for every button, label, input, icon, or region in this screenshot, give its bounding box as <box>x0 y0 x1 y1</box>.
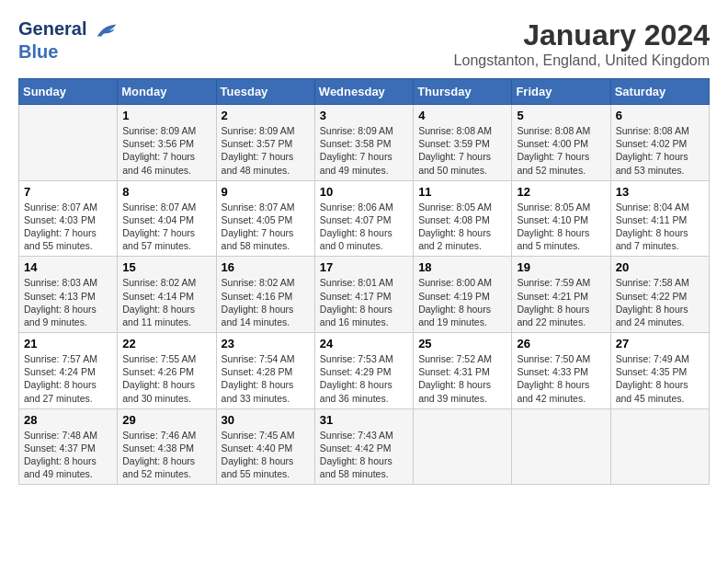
day-info: Sunrise: 8:00 AMSunset: 4:19 PMDaylight:… <box>418 276 506 328</box>
calendar-cell: 8Sunrise: 8:07 AMSunset: 4:04 PMDaylight… <box>118 180 216 257</box>
calendar-cell: 14Sunrise: 8:03 AMSunset: 4:13 PMDayligh… <box>19 257 118 333</box>
day-info: Sunrise: 8:09 AMSunset: 3:58 PMDaylight:… <box>320 124 408 177</box>
calendar-cell: 23Sunrise: 7:54 AMSunset: 4:28 PMDayligh… <box>216 333 314 409</box>
day-info: Sunrise: 7:57 AMSunset: 4:24 PMDaylight:… <box>24 352 112 405</box>
calendar-cell: 1Sunrise: 8:09 AMSunset: 3:56 PMDaylight… <box>118 105 216 181</box>
day-number: 30 <box>222 413 310 427</box>
day-info: Sunrise: 8:08 AMSunset: 4:02 PMDaylight:… <box>616 124 704 177</box>
day-info: Sunrise: 8:08 AMSunset: 3:59 PMDaylight:… <box>418 124 506 177</box>
calendar-cell: 16Sunrise: 8:02 AMSunset: 4:16 PMDayligh… <box>216 257 314 333</box>
calendar-cell: 22Sunrise: 7:55 AMSunset: 4:26 PMDayligh… <box>118 333 216 409</box>
day-info: Sunrise: 7:43 AMSunset: 4:42 PMDaylight:… <box>320 429 408 481</box>
col-saturday: Saturday <box>610 79 709 105</box>
day-info: Sunrise: 8:07 AMSunset: 4:04 PMDaylight:… <box>122 201 210 253</box>
day-number: 1 <box>122 109 210 122</box>
calendar-header: Sunday Monday Tuesday Wednesday Thursday… <box>19 79 710 105</box>
calendar-cell: 11Sunrise: 8:05 AMSunset: 4:08 PMDayligh… <box>414 180 512 257</box>
header-row: Sunday Monday Tuesday Wednesday Thursday… <box>19 79 710 105</box>
day-number: 24 <box>320 337 408 350</box>
day-number: 7 <box>24 185 112 199</box>
day-info: Sunrise: 8:09 AMSunset: 3:56 PMDaylight:… <box>122 124 210 177</box>
day-number: 9 <box>222 185 310 199</box>
calendar-cell: 26Sunrise: 7:50 AMSunset: 4:33 PMDayligh… <box>512 333 610 409</box>
calendar-table: Sunday Monday Tuesday Wednesday Thursday… <box>18 78 710 485</box>
calendar-cell: 24Sunrise: 7:53 AMSunset: 4:29 PMDayligh… <box>314 333 413 409</box>
day-info: Sunrise: 8:08 AMSunset: 4:00 PMDaylight:… <box>517 124 605 177</box>
calendar-cell: 15Sunrise: 8:02 AMSunset: 4:14 PMDayligh… <box>118 257 216 333</box>
day-info: Sunrise: 8:01 AMSunset: 4:17 PMDaylight:… <box>320 276 408 328</box>
day-info: Sunrise: 7:46 AMSunset: 4:38 PMDaylight:… <box>122 429 210 481</box>
calendar-cell <box>610 408 709 485</box>
calendar-cell: 20Sunrise: 7:58 AMSunset: 4:22 PMDayligh… <box>610 257 709 333</box>
day-info: Sunrise: 7:48 AMSunset: 4:37 PMDaylight:… <box>24 429 112 481</box>
calendar-cell: 3Sunrise: 8:09 AMSunset: 3:58 PMDaylight… <box>314 105 413 181</box>
calendar-cell <box>512 408 610 485</box>
calendar-cell: 25Sunrise: 7:52 AMSunset: 4:31 PMDayligh… <box>414 333 512 409</box>
calendar-week-3: 14Sunrise: 8:03 AMSunset: 4:13 PMDayligh… <box>19 257 710 333</box>
day-number: 16 <box>222 260 310 274</box>
day-info: Sunrise: 8:07 AMSunset: 4:05 PMDaylight:… <box>222 201 310 253</box>
day-number: 3 <box>320 109 408 122</box>
day-info: Sunrise: 8:06 AMSunset: 4:07 PMDaylight:… <box>320 201 408 253</box>
day-number: 27 <box>616 337 704 350</box>
day-number: 10 <box>320 185 408 199</box>
calendar-cell: 29Sunrise: 7:46 AMSunset: 4:38 PMDayligh… <box>118 408 216 485</box>
col-sunday: Sunday <box>19 79 118 105</box>
calendar-week-4: 21Sunrise: 7:57 AMSunset: 4:24 PMDayligh… <box>19 333 710 409</box>
day-number: 2 <box>222 109 310 122</box>
day-info: Sunrise: 8:04 AMSunset: 4:11 PMDaylight:… <box>616 201 704 253</box>
day-number: 21 <box>24 337 112 350</box>
calendar-week-5: 28Sunrise: 7:48 AMSunset: 4:37 PMDayligh… <box>19 408 710 485</box>
day-info: Sunrise: 8:03 AMSunset: 4:13 PMDaylight:… <box>24 276 112 328</box>
calendar-cell: 30Sunrise: 7:45 AMSunset: 4:40 PMDayligh… <box>216 408 314 485</box>
day-info: Sunrise: 7:54 AMSunset: 4:28 PMDaylight:… <box>222 352 310 405</box>
day-number: 23 <box>222 337 310 350</box>
location-subtitle: Longstanton, England, United Kingdom <box>454 52 710 69</box>
day-info: Sunrise: 8:02 AMSunset: 4:16 PMDaylight:… <box>222 276 310 328</box>
title-section: January 2024 Longstanton, England, Unite… <box>454 18 710 69</box>
logo-text-blue: Blue <box>18 41 118 62</box>
calendar-cell: 6Sunrise: 8:08 AMSunset: 4:02 PMDaylight… <box>610 105 709 181</box>
day-number: 12 <box>517 185 605 199</box>
day-info: Sunrise: 7:55 AMSunset: 4:26 PMDaylight:… <box>122 352 210 405</box>
calendar-cell <box>414 408 512 485</box>
day-number: 8 <box>122 185 210 199</box>
col-monday: Monday <box>118 79 216 105</box>
day-number: 29 <box>122 413 210 427</box>
day-info: Sunrise: 8:07 AMSunset: 4:03 PMDaylight:… <box>24 201 112 253</box>
day-info: Sunrise: 7:45 AMSunset: 4:40 PMDaylight:… <box>222 429 310 481</box>
calendar-cell: 9Sunrise: 8:07 AMSunset: 4:05 PMDaylight… <box>216 180 314 257</box>
calendar-cell: 27Sunrise: 7:49 AMSunset: 4:35 PMDayligh… <box>610 333 709 409</box>
day-number: 25 <box>418 337 506 350</box>
day-number: 20 <box>616 260 704 274</box>
day-info: Sunrise: 7:58 AMSunset: 4:22 PMDaylight:… <box>616 276 704 328</box>
day-info: Sunrise: 8:02 AMSunset: 4:14 PMDaylight:… <box>122 276 210 328</box>
day-info: Sunrise: 7:52 AMSunset: 4:31 PMDaylight:… <box>418 352 506 405</box>
calendar-cell: 17Sunrise: 8:01 AMSunset: 4:17 PMDayligh… <box>314 257 413 333</box>
calendar-cell: 12Sunrise: 8:05 AMSunset: 4:10 PMDayligh… <box>512 180 610 257</box>
day-number: 28 <box>24 413 112 427</box>
day-number: 14 <box>24 260 112 274</box>
page-header: General Blue January 2024 Longstanton, E… <box>18 18 710 69</box>
day-info: Sunrise: 7:59 AMSunset: 4:21 PMDaylight:… <box>517 276 605 328</box>
day-number: 13 <box>616 185 704 199</box>
day-number: 31 <box>320 413 408 427</box>
day-number: 19 <box>517 260 605 274</box>
col-tuesday: Tuesday <box>216 79 314 105</box>
calendar-body: 1Sunrise: 8:09 AMSunset: 3:56 PMDaylight… <box>19 105 710 485</box>
calendar-cell: 4Sunrise: 8:08 AMSunset: 3:59 PMDaylight… <box>414 105 512 181</box>
day-number: 15 <box>122 260 210 274</box>
calendar-cell: 21Sunrise: 7:57 AMSunset: 4:24 PMDayligh… <box>19 333 118 409</box>
day-info: Sunrise: 8:05 AMSunset: 4:10 PMDaylight:… <box>517 201 605 253</box>
calendar-cell: 19Sunrise: 7:59 AMSunset: 4:21 PMDayligh… <box>512 257 610 333</box>
calendar-cell: 31Sunrise: 7:43 AMSunset: 4:42 PMDayligh… <box>314 408 413 485</box>
day-number: 11 <box>418 185 506 199</box>
day-number: 18 <box>418 260 506 274</box>
day-info: Sunrise: 8:05 AMSunset: 4:08 PMDaylight:… <box>418 201 506 253</box>
calendar-cell: 10Sunrise: 8:06 AMSunset: 4:07 PMDayligh… <box>314 180 413 257</box>
day-number: 6 <box>616 109 704 122</box>
month-title: January 2024 <box>454 18 710 52</box>
calendar-cell: 5Sunrise: 8:08 AMSunset: 4:00 PMDaylight… <box>512 105 610 181</box>
calendar-cell: 2Sunrise: 8:09 AMSunset: 3:57 PMDaylight… <box>216 105 314 181</box>
col-friday: Friday <box>512 79 610 105</box>
